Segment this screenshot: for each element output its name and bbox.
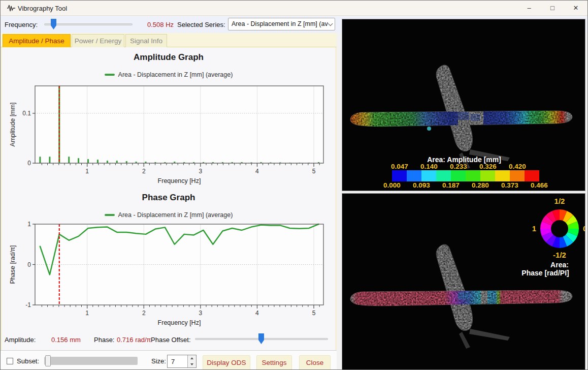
tab-power-energy[interactable]: Power / Energy [72,34,124,47]
svg-text:4: 4 [255,310,259,317]
phase-chart: 12345-101Frequency [Hz]Phase [rad/π] [1,219,337,331]
settings-button[interactable]: Settings [256,355,292,370]
app-window: Vibrography Tool – □ ✕ Frequency: 0.508 … [0,0,588,370]
svg-text:-1: -1 [25,301,31,309]
amplitude-status-label: Amplitude: [5,336,36,344]
selected-series-label: Selected Series: [177,21,225,28]
colorbar-segment [466,170,480,181]
svg-text:5: 5 [312,168,316,175]
svg-text:Amplitude [mm]: Amplitude [mm] [9,103,16,147]
series-color-swatch [105,214,115,216]
bottom-bar: Subset: Size: 7 Display ODS Settings Clo… [1,350,337,370]
svg-text:0: 0 [27,160,31,167]
amplitude-graph-legend: Area - Displacement in Z [mm] (average) [1,71,337,78]
chevron-down-icon [328,21,333,26]
size-value: 7 [171,358,175,365]
wheel-label-top: 1/2 [538,197,581,205]
amplitude-status-value: 0.156 mm [51,336,81,344]
subset-slider[interactable] [44,357,138,365]
tab-signal-info[interactable]: Signal Info [125,34,167,47]
amplitude-scale-top-values: 0.0470.1400.2330.3260.420 [385,163,532,170]
svg-text:3: 3 [199,310,203,317]
svg-text:5: 5 [312,310,316,317]
legend-label: Area - Displacement in Z [mm] (average) [118,71,233,78]
svg-text:1: 1 [85,310,89,317]
frequency-value: 0.508 Hz [147,21,174,28]
frequency-label: Frequency: [5,21,38,28]
close-icon[interactable]: ✕ [564,1,587,16]
close-button[interactable]: Close [299,355,331,370]
svg-text:0: 0 [27,261,31,268]
colorbar-segment [392,170,407,181]
svg-text:1: 1 [27,221,31,228]
phase-3d-view[interactable]: 1/2 1 0 -1/2 Area: Phase [rad/PI] [342,193,585,370]
series-select-value: Area - Displacement in Z [mm] (av [232,20,328,27]
amplitude-chart: 1234500.1Frequency [Hz]Amplitude [mm] [1,80,337,189]
colorbar-segment [510,170,525,181]
maximize-icon[interactable]: □ [541,1,564,16]
colorbar-segment [407,170,421,181]
amplitude-graph-title: Amplitude Graph [1,52,337,63]
amplitude-scale-bottom-values: 0.0000.0930.1870.2800.3730.466 [377,181,554,189]
series-select[interactable]: Area - Displacement in Z [mm] (av [228,18,335,30]
svg-text:3: 3 [199,168,203,175]
phase-graph-title: Phase Graph [1,193,337,203]
app-waveform-icon [7,4,16,12]
phase-color-wheel [538,207,581,250]
phase-status-label: Phase: [94,336,114,344]
size-label: Size: [151,357,166,365]
frequency-slider[interactable] [44,23,133,25]
wheel-label-right: 0 [583,224,585,233]
colorbar-segment [495,170,510,181]
cursor-status-row: Amplitude: 0.156 mm Phase: 0.716 rad/π P… [1,332,337,348]
tab-amplitude-phase[interactable]: Amplitude / Phase [3,34,71,47]
airplane-model-amplitude [342,19,585,172]
phase-status-value: 0.716 rad/π [117,336,151,344]
colorbar-segment [480,170,495,181]
spinner-up-button[interactable] [187,355,196,361]
wheel-label-bottom: -1/2 [538,251,581,259]
subset-slider-thumb[interactable] [45,355,51,366]
phase-graph-legend: Area - Displacement in Z [mm] (average) [1,211,337,219]
size-spinner[interactable]: 7 [167,355,197,368]
svg-text:2: 2 [142,310,146,317]
svg-text:2: 2 [142,168,146,175]
tab-strip: Amplitude / Phase Power / Energy Signal … [1,33,337,47]
phase-offset-label: Phase Offset: [151,336,191,344]
svg-text:Frequency [Hz]: Frequency [Hz] [158,319,201,326]
svg-text:4: 4 [255,168,259,175]
amplitude-colorbar [392,170,539,181]
phase-offset-slider-thumb[interactable] [258,333,264,344]
svg-text:1: 1 [85,168,89,175]
subset-checkbox[interactable] [7,358,13,364]
legend-label: Area - Displacement in Z [mm] (average) [118,211,233,219]
colorbar-segment [421,170,436,181]
svg-text:Phase [rad/π]: Phase [rad/π] [9,245,16,284]
display-ods-button[interactable]: Display ODS [203,355,250,370]
colorbar-segment [436,170,451,181]
spinner-down-button[interactable] [187,361,196,367]
phase-legend-title-2: Phase [rad/PI] [506,269,585,277]
wheel-label-left: 1 [525,224,536,233]
colorbar-segment [451,170,466,181]
series-color-swatch [105,74,115,76]
phase-legend-title-1: Area: [520,261,585,269]
subset-label: Subset: [17,357,39,365]
amplitude-3d-view[interactable]: Area: Amplitude [mm] 0.0470.1400.2330.32… [342,19,585,191]
svg-text:0.1: 0.1 [22,110,31,117]
frequency-slider-thumb[interactable] [51,19,56,29]
title-bar: Vibrography Tool – □ ✕ [1,1,587,16]
colorbar-segment [525,170,539,181]
svg-text:Frequency [Hz]: Frequency [Hz] [158,177,201,184]
window-title: Vibrography Tool [18,5,67,12]
minimize-icon[interactable]: – [517,1,541,16]
